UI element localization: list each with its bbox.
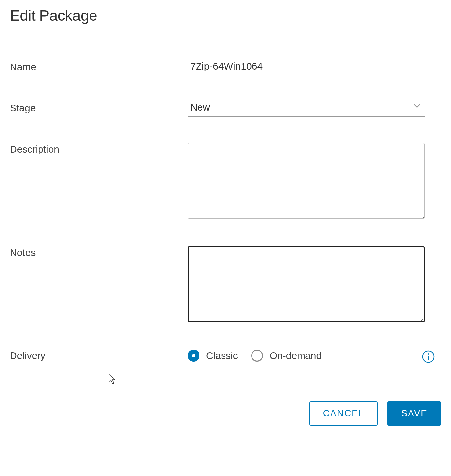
radio-label-classic: Classic (206, 350, 238, 361)
notes-textarea[interactable] (188, 246, 425, 322)
button-row: Cancel Save (10, 401, 441, 426)
stage-label: Stage (10, 102, 188, 114)
delivery-label: Delivery (10, 350, 188, 361)
svg-point-1 (428, 353, 429, 355)
notes-row: Notes (10, 246, 441, 323)
save-button[interactable]: Save (387, 401, 441, 426)
description-label: Description (10, 143, 188, 155)
svg-rect-2 (428, 356, 429, 360)
name-input[interactable] (188, 61, 425, 75)
radio-label-ondemand: On-demand (270, 350, 322, 361)
delivery-radio-classic[interactable]: Classic (188, 350, 238, 362)
delivery-radio-group: Classic On-demand (188, 350, 322, 362)
name-row: Name (10, 61, 441, 75)
delivery-radio-ondemand[interactable]: On-demand (251, 350, 322, 362)
delivery-row: Delivery Classic On-demand (10, 350, 441, 362)
info-icon[interactable] (422, 350, 435, 364)
description-textarea[interactable] (188, 143, 425, 219)
cursor-icon (109, 374, 117, 386)
radio-icon (188, 350, 199, 362)
notes-label: Notes (10, 246, 188, 258)
radio-icon (251, 350, 263, 362)
name-label: Name (10, 61, 188, 72)
description-row: Description (10, 143, 441, 220)
cancel-button[interactable]: Cancel (309, 401, 378, 426)
stage-select[interactable]: New (188, 102, 425, 117)
stage-row: Stage New (10, 102, 441, 117)
page-title: Edit Package (10, 7, 441, 24)
